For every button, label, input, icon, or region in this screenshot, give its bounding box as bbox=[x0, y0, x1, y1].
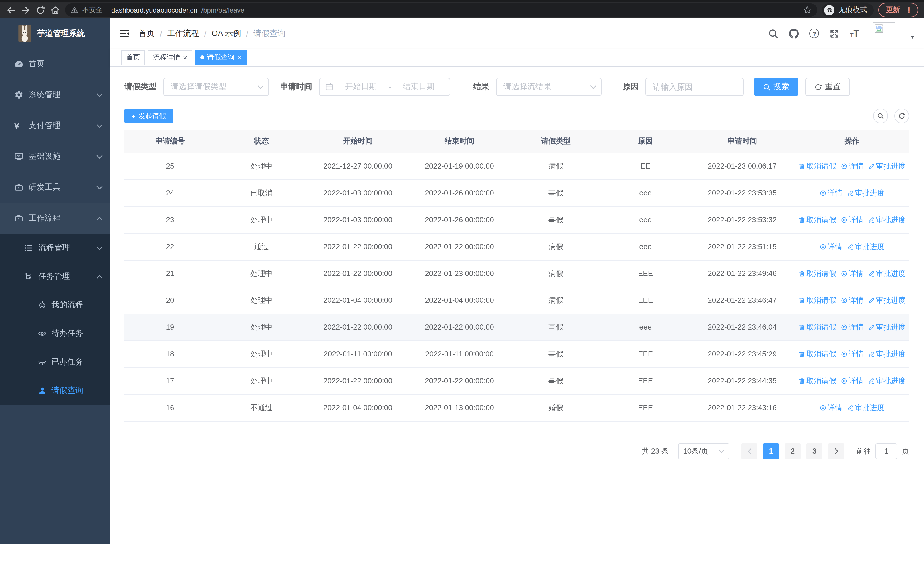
breadcrumb-oa-example[interactable]: OA 示例 bbox=[212, 28, 241, 39]
tab-leave-query[interactable]: 请假查询 bbox=[195, 50, 246, 65]
detail-link[interactable]: 详情 bbox=[819, 188, 842, 198]
avatar[interactable] bbox=[873, 22, 896, 45]
approval-progress-link[interactable]: 审批进度 bbox=[868, 295, 906, 305]
tab-home[interactable]: 首页 bbox=[121, 50, 145, 65]
chevron-down-icon bbox=[96, 246, 103, 250]
reset-button[interactable]: 重置 bbox=[805, 78, 850, 96]
goto-page-input[interactable] bbox=[876, 443, 897, 459]
detail-link[interactable]: 详情 bbox=[841, 268, 864, 278]
address-bar[interactable]: 不安全 dashboard.yudao.iocoder.cn/bpm/oa/le… bbox=[65, 3, 817, 17]
approval-progress-link[interactable]: 审批进度 bbox=[868, 349, 906, 359]
url-host: dashboard.yudao.iocoder.cn bbox=[111, 6, 198, 14]
task-tree-icon bbox=[24, 272, 33, 281]
cancel-leave-link[interactable]: 取消请假 bbox=[798, 295, 836, 305]
search-icon bbox=[877, 113, 884, 119]
create-leave-button[interactable]: 发起请假 bbox=[124, 108, 172, 123]
app-logo[interactable]: 芋道管理系统 bbox=[0, 18, 110, 48]
close-icon[interactable] bbox=[183, 54, 187, 61]
cancel-leave-link[interactable]: 取消请假 bbox=[798, 268, 836, 278]
breadcrumb-home[interactable]: 首页 bbox=[139, 28, 154, 39]
home-icon[interactable] bbox=[50, 5, 60, 15]
apply-time-range-picker[interactable]: 开始日期 - 结束日期 bbox=[319, 78, 450, 96]
sidebar-item-devtools[interactable]: 研发工具 bbox=[0, 172, 110, 203]
view-icon bbox=[841, 216, 848, 223]
sidebar-item-process-mgmt[interactable]: 流程管理 bbox=[0, 234, 110, 262]
view-icon bbox=[841, 350, 848, 357]
fullscreen-icon[interactable] bbox=[829, 28, 840, 39]
approval-progress-link[interactable]: 审批进度 bbox=[868, 322, 906, 332]
breadcrumb-workflow[interactable]: 工作流程 bbox=[167, 28, 199, 39]
sidebar-item-my-process[interactable]: 我的流程 bbox=[0, 291, 110, 319]
forward-icon[interactable] bbox=[21, 5, 31, 15]
font-size-icon[interactable] bbox=[850, 29, 859, 38]
show-search-button[interactable] bbox=[873, 108, 888, 123]
page-button-2[interactable]: 2 bbox=[785, 443, 801, 459]
approval-progress-link[interactable]: 审批进度 bbox=[847, 403, 885, 413]
sidebar-item-done-tasks[interactable]: 已办任务 bbox=[0, 348, 110, 376]
leave-type-select[interactable]: 请选择请假类型 bbox=[163, 78, 269, 96]
trash-icon bbox=[798, 162, 805, 169]
detail-link[interactable]: 详情 bbox=[841, 322, 864, 332]
detail-link[interactable]: 详情 bbox=[841, 215, 864, 225]
approval-progress-link[interactable]: 审批进度 bbox=[847, 241, 885, 252]
detail-link[interactable]: 详情 bbox=[841, 161, 864, 171]
robot-icon bbox=[38, 301, 47, 310]
approval-progress-link[interactable]: 审批进度 bbox=[868, 268, 906, 278]
detail-link[interactable]: 详情 bbox=[841, 349, 864, 359]
close-icon[interactable] bbox=[237, 54, 242, 61]
chevron-up-icon bbox=[96, 216, 103, 220]
approval-progress-link[interactable]: 审批进度 bbox=[868, 376, 906, 386]
page-size-select[interactable]: 10条/页 bbox=[678, 443, 729, 459]
sidebar-item-task-mgmt[interactable]: 任务管理 bbox=[0, 262, 110, 291]
edit-icon bbox=[868, 162, 875, 169]
reason-input[interactable] bbox=[645, 78, 744, 96]
table-row: 22 通过 2022-01-22 00:00:00 2022-01-22 00:… bbox=[124, 233, 909, 260]
chevron-down-icon bbox=[718, 449, 724, 453]
page-button-3[interactable]: 3 bbox=[806, 443, 822, 459]
cancel-leave-link[interactable]: 取消请假 bbox=[798, 376, 836, 386]
result-select[interactable]: 请选择流结果 bbox=[496, 78, 602, 96]
sidebar-item-payment[interactable]: 支付管理 bbox=[0, 110, 110, 141]
approval-progress-link[interactable]: 审批进度 bbox=[868, 161, 906, 171]
sidebar-item-todo-tasks[interactable]: 待办任务 bbox=[0, 319, 110, 348]
refresh-table-button[interactable] bbox=[894, 108, 909, 123]
detail-link[interactable]: 详情 bbox=[841, 295, 864, 305]
cancel-leave-link[interactable]: 取消请假 bbox=[798, 322, 836, 332]
tab-process-detail[interactable]: 流程详情 bbox=[148, 50, 192, 65]
approval-progress-link[interactable]: 审批进度 bbox=[868, 215, 906, 225]
table-row: 23 处理中 2022-01-03 00:00:00 2022-01-26 00… bbox=[124, 206, 909, 233]
chevron-down-icon bbox=[96, 185, 103, 190]
next-page-button[interactable] bbox=[828, 443, 844, 459]
sidebar-item-system[interactable]: 系统管理 bbox=[0, 80, 110, 110]
sidebar-item-workflow[interactable]: 工作流程 bbox=[0, 203, 110, 234]
github-icon[interactable] bbox=[789, 28, 799, 39]
column-header: 原因 bbox=[602, 130, 689, 152]
sidebar-item-home[interactable]: 首页 bbox=[0, 48, 110, 80]
range-separator: - bbox=[388, 82, 391, 92]
approval-progress-link[interactable]: 审批进度 bbox=[847, 188, 885, 198]
sidebar-item-leave-query[interactable]: 请假查询 bbox=[0, 376, 110, 405]
search-button[interactable]: 搜索 bbox=[754, 78, 798, 96]
cancel-leave-link[interactable]: 取消请假 bbox=[798, 349, 836, 359]
detail-link[interactable]: 详情 bbox=[819, 241, 842, 252]
edit-icon bbox=[868, 270, 875, 277]
cancel-leave-link[interactable]: 取消请假 bbox=[798, 215, 836, 225]
browser-update-button[interactable]: 更新 bbox=[878, 3, 918, 17]
detail-link[interactable]: 详情 bbox=[841, 376, 864, 386]
refresh-icon bbox=[814, 83, 822, 90]
browser-menu-icon[interactable] bbox=[905, 6, 913, 14]
search-icon[interactable] bbox=[768, 28, 778, 39]
edit-icon bbox=[868, 378, 875, 384]
prev-page-button[interactable] bbox=[741, 443, 758, 459]
back-icon[interactable] bbox=[6, 5, 16, 15]
help-icon[interactable] bbox=[809, 29, 819, 38]
detail-link[interactable]: 详情 bbox=[819, 403, 842, 413]
chevron-down-icon bbox=[96, 155, 103, 158]
bookmark-star-icon[interactable] bbox=[803, 6, 812, 14]
sidebar-collapse-icon[interactable] bbox=[119, 28, 130, 39]
reload-icon[interactable] bbox=[35, 5, 46, 15]
sidebar-item-infra[interactable]: 基础设施 bbox=[0, 141, 110, 172]
avatar-caret-icon[interactable] bbox=[910, 35, 915, 40]
cancel-leave-link[interactable]: 取消请假 bbox=[798, 161, 836, 171]
page-button-1[interactable]: 1 bbox=[763, 443, 779, 459]
